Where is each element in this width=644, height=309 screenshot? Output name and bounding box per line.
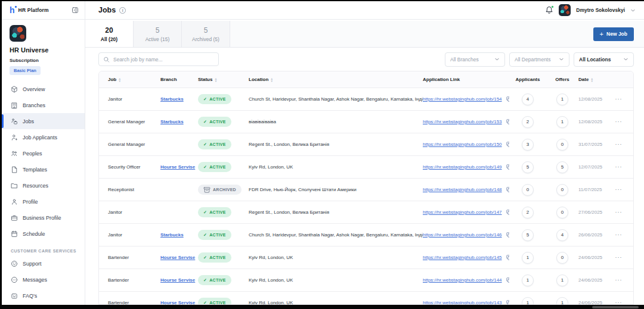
row-menu-cell: ···	[613, 300, 624, 304]
row-menu-icon[interactable]: ···	[615, 300, 623, 304]
offers-count: 0	[556, 139, 568, 151]
sidebar-item-job-applicants[interactable]: Job Applicants	[2, 129, 85, 145]
column-header-application-link[interactable]: Application Link	[423, 77, 509, 82]
user-menu-chevron-down-icon[interactable]	[630, 8, 636, 13]
column-header-status[interactable]: Status ▲▼	[198, 77, 249, 82]
application-link[interactable]: https://hr.webstaginghub.com/job/153	[423, 119, 502, 124]
application-link[interactable]: https://hr.webstaginghub.com/job/144	[423, 277, 502, 283]
sidebar-header: h HR Platform	[2, 1, 85, 20]
offers-cell: 5	[546, 161, 578, 173]
application-link[interactable]: https://hr.webstaginghub.com/job/147	[423, 210, 502, 215]
date: 11/07/2025	[578, 187, 613, 192]
row-menu-icon[interactable]: ···	[615, 119, 623, 124]
sidebar-item-branches[interactable]: Branches	[2, 97, 85, 113]
user-avatar[interactable]	[559, 4, 571, 16]
sidebar-item-schedule[interactable]: Schedule	[2, 226, 85, 242]
job-name: Janitor	[108, 232, 160, 238]
application-link[interactable]: https://hr.webstaginghub.com/job/154	[423, 96, 502, 102]
search-input[interactable]	[98, 52, 219, 66]
table-header: Job ▲▼ Branch Status ▲▼ Location ▲▼ Appl…	[99, 71, 633, 88]
row-menu-icon[interactable]: ···	[615, 96, 623, 102]
check-icon: ✓	[203, 210, 207, 215]
status-badge: ✓ ACTIVE	[198, 162, 231, 172]
branch-link[interactable]: Starbucks	[160, 119, 184, 124]
sort-icon[interactable]: ▲▼	[270, 77, 273, 82]
branch-link[interactable]: Hourse Servise	[160, 255, 195, 260]
check-icon: ✓	[203, 255, 207, 260]
sort-icon[interactable]: ▲▼	[118, 77, 121, 82]
column-header-offers[interactable]: Offers	[546, 77, 578, 82]
filter-all-branches[interactable]: All Branches	[445, 52, 505, 67]
application-link[interactable]: https://hr.webstaginghub.com/job/143	[423, 300, 502, 304]
info-icon[interactable]: i	[119, 7, 126, 14]
application-link[interactable]: https://hr.webstaginghub.com/job/145	[423, 255, 502, 260]
applicants-cell: 2	[509, 116, 546, 128]
applicants-cell: 2	[509, 207, 546, 219]
sidebar-item-messages[interactable]: Messages	[2, 271, 85, 288]
horizontal-scrollbar[interactable]	[592, 306, 639, 308]
tab-archived-5[interactable]: 5 Archived (5)	[182, 21, 230, 47]
application-link[interactable]: https://hr.webstaginghub.com/job/149	[423, 164, 502, 170]
row-menu-cell: ···	[613, 187, 624, 192]
application-link[interactable]: https://hr.webstaginghub.com/job/150	[423, 142, 502, 147]
branch-link[interactable]: Hourse Servise	[160, 300, 195, 304]
filter-group: All Branches All Departments All Locatio…	[445, 52, 634, 67]
branch-link[interactable]: Starbucks	[160, 96, 184, 102]
organization-avatar[interactable]	[10, 25, 26, 42]
collapse-sidebar-icon[interactable]	[72, 7, 79, 14]
filter-all-departments[interactable]: All Departments	[509, 52, 569, 67]
column-header-date[interactable]: Date ▲▼	[578, 77, 613, 82]
branch-link[interactable]: Hourse Servise	[160, 164, 195, 170]
row-menu-icon[interactable]: ···	[615, 277, 623, 283]
application-link[interactable]: https://hr.webstaginghub.com/job/148	[423, 187, 502, 192]
tab-all-20[interactable]: 20 All (20)	[85, 21, 134, 47]
window-edge	[0, 305, 644, 309]
offers-cell: 1	[546, 274, 578, 286]
row-menu-icon[interactable]: ···	[615, 187, 623, 192]
sidebar-item-jobs[interactable]: Jobs	[2, 113, 85, 129]
application-link[interactable]: https://hr.webstaginghub.com/job/146	[423, 232, 502, 238]
row-menu-cell: ···	[613, 96, 624, 102]
sidebar-item-overview[interactable]: Overview	[2, 81, 85, 97]
location: Kyiv Rd, London, UK	[249, 300, 423, 304]
status-cell: ✓ ACTIVE	[198, 252, 249, 263]
new-job-button[interactable]: + New Job	[593, 27, 634, 41]
row-menu-icon[interactable]: ···	[615, 142, 623, 147]
sidebar-item-templates[interactable]: Templates	[2, 161, 85, 177]
sidebar-item-resources[interactable]: Resources	[2, 177, 85, 193]
row-menu-icon[interactable]: ···	[615, 164, 623, 170]
sort-icon[interactable]: ▲▼	[214, 77, 217, 82]
branch-link[interactable]: Starbucks	[160, 232, 184, 238]
branch-link[interactable]: Hourse Servise	[160, 277, 195, 283]
row-menu-icon[interactable]: ···	[615, 232, 623, 238]
sidebar-item-profile[interactable]: Profile	[2, 193, 85, 210]
sidebar-item-support[interactable]: Support	[2, 255, 85, 271]
row-menu-icon[interactable]: ···	[615, 210, 623, 215]
offers-count: 1	[556, 93, 568, 105]
page-title: Jobs	[98, 6, 116, 14]
table-row: Janitor ✓ ACTIVE Regent St., London, Вел…	[99, 201, 633, 224]
status-badge: ARCHIVED	[198, 185, 242, 195]
sidebar-item-peoples[interactable]: Peoples	[2, 145, 85, 161]
sidebar-item-faq-s[interactable]: FAQ's	[2, 288, 85, 304]
tab-active-15[interactable]: 5 Active (15)	[134, 21, 182, 47]
applicants-count: 0	[522, 184, 534, 196]
filter-all-locations[interactable]: All Locations	[574, 52, 634, 67]
location: Regent St., London, Велика Британія	[249, 142, 423, 147]
chevron-down-icon	[559, 57, 564, 62]
column-header-job[interactable]: Job ▲▼	[108, 77, 160, 82]
applicants-cell: 1	[509, 252, 546, 264]
sidebar-item-business-profile[interactable]: Business Profile	[2, 210, 85, 226]
search-box	[98, 52, 219, 66]
row-menu-icon[interactable]: ···	[615, 255, 623, 260]
notifications-bell-icon[interactable]	[545, 6, 553, 14]
column-header-location[interactable]: Location ▲▼	[249, 77, 423, 82]
organization-block: HR Universe Subscription Basic Plan	[2, 20, 85, 75]
topbar: Jobs i Dmytro Sokolovskyi	[85, 1, 644, 20]
status-cell: ARCHIVED	[198, 185, 249, 195]
column-header-applicants[interactable]: Applicants	[509, 77, 546, 82]
brand-logo-icon: h	[10, 7, 15, 14]
sort-icon[interactable]: ▲▼	[590, 77, 593, 82]
table-row: Security Officer Hourse Servise ✓ ACTIVE…	[99, 156, 633, 179]
column-header-branch[interactable]: Branch	[160, 77, 198, 82]
